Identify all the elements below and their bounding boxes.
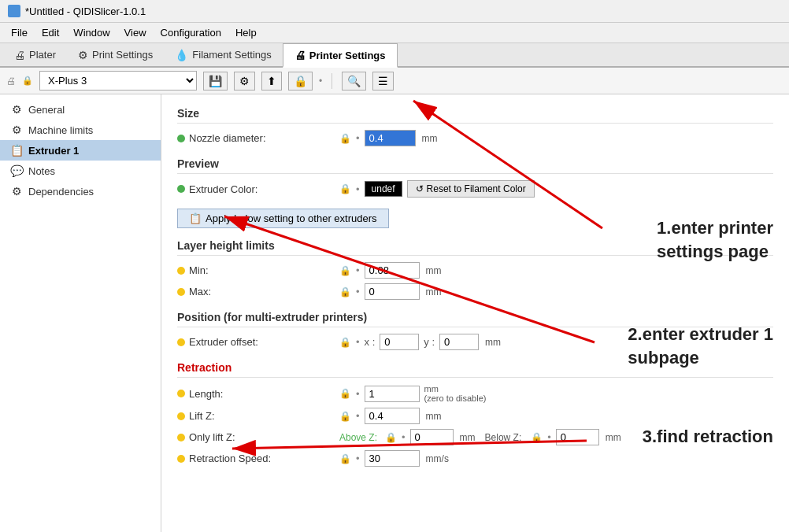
lift-z-dot: [177, 412, 185, 420]
position-section-title: Position (for multi-extruder printers): [177, 311, 773, 327]
sidebar-machine-limits-label: Machine limits: [28, 124, 93, 136]
tab-print-settings-label: Print Settings: [92, 49, 153, 61]
apply-icon: 📋: [189, 212, 202, 224]
only-lift-z-name: Only lift Z:: [189, 431, 235, 443]
menu-help[interactable]: Help: [229, 25, 263, 40]
lift-z-row: Lift Z: 🔒 • mm: [177, 408, 773, 424]
below-z-sep: •: [547, 431, 551, 443]
sidebar-extruder-1-label: Extruder 1: [28, 145, 79, 157]
max-input[interactable]: [365, 283, 420, 300]
tab-filament-settings-label: Filament Settings: [192, 49, 271, 61]
offset-sep: •: [356, 336, 360, 348]
below-z-input[interactable]: [556, 429, 599, 445]
min-input[interactable]: [365, 262, 420, 279]
tab-printer-settings-label: Printer Settings: [309, 50, 386, 61]
above-z-label: Above Z:: [339, 432, 377, 443]
save-button[interactable]: 💾: [203, 72, 228, 91]
plater-icon: 🖨: [14, 49, 25, 61]
max-lock-icon: 🔒: [339, 286, 351, 297]
length-lock-icon: 🔒: [339, 388, 351, 399]
min-layer-row: Min: 🔒 • mm: [177, 262, 773, 279]
sidebar-item-general[interactable]: ⚙ General: [0, 99, 161, 120]
tab-plater[interactable]: 🖨 Plater: [3, 44, 67, 66]
retraction-section-title: Retraction: [177, 361, 773, 378]
nozzle-lock-icon: 🔒: [339, 133, 351, 144]
search-button[interactable]: 🔍: [342, 72, 366, 91]
content-area: Size Nozzle diameter: 🔒 • mm Preview Ext…: [161, 94, 789, 532]
menu-view[interactable]: View: [118, 25, 153, 40]
length-name: Length:: [189, 388, 223, 400]
retraction-speed-input[interactable]: [365, 450, 420, 467]
retraction-speed-lock: 🔒: [339, 453, 351, 464]
offset-name: Extruder offset:: [189, 336, 258, 348]
max-unit: mm: [426, 286, 442, 297]
sidebar-item-extruder-1[interactable]: 📋 Extruder 1: [0, 140, 161, 161]
nozzle-diameter-name: Nozzle diameter:: [189, 132, 266, 144]
offset-dot: [177, 338, 185, 346]
filter-button[interactable]: ☰: [372, 72, 394, 91]
extruder-offset-row: Extruder offset: 🔒 • x : y : mm: [177, 334, 773, 350]
printer-settings-icon: 🖨: [294, 49, 306, 61]
tab-bar: 🖨 Plater ⚙ Print Settings 💧 Filament Set…: [0, 43, 789, 68]
below-z-lock: 🔒: [531, 432, 543, 443]
nozzle-diameter-row: Nozzle diameter: 🔒 • mm: [177, 130, 773, 146]
lift-z-lock-icon: 🔒: [339, 411, 351, 422]
general-icon: ⚙: [9, 103, 24, 116]
sidebar-item-notes[interactable]: 💬 Notes: [0, 161, 161, 181]
sidebar-dependencies-label: Dependencies: [28, 186, 94, 198]
extruder-offset-label: Extruder offset:: [177, 336, 335, 348]
min-dot: [177, 267, 185, 275]
extruder-color-name: Extruder Color:: [189, 183, 257, 195]
above-z-input[interactable]: [410, 429, 454, 445]
offset-y-input[interactable]: [439, 334, 479, 350]
length-sep: •: [356, 388, 360, 400]
tab-filament-settings[interactable]: 💧 Filament Settings: [164, 44, 282, 66]
min-label: Min:: [177, 264, 335, 276]
lock-icon: 🔒: [22, 76, 33, 86]
retraction-speed-row: Retraction Speed: 🔒 • mm/s: [177, 450, 773, 467]
sidebar-general-label: General: [28, 104, 65, 116]
below-z-unit: mm: [606, 432, 621, 443]
max-dot: [177, 288, 185, 296]
menu-window[interactable]: Window: [67, 25, 116, 40]
layer-height-section-title: Layer height limits: [177, 239, 773, 256]
extruder-color-dot: [177, 185, 185, 193]
max-sep: •: [356, 286, 360, 297]
upload-button[interactable]: ⬆: [261, 72, 282, 91]
reset-color-button[interactable]: ↺ Reset to Filament Color: [407, 180, 535, 198]
color-swatch[interactable]: undef: [365, 181, 402, 197]
extruder-color-label: Extruder Color:: [177, 183, 335, 195]
lift-z-sep: •: [356, 410, 360, 422]
retraction-speed-unit: mm/s: [426, 453, 449, 464]
offset-x-input[interactable]: [380, 334, 419, 350]
settings-button[interactable]: ⚙: [234, 72, 255, 91]
nozzle-unit: mm: [422, 133, 438, 144]
menu-bar: File Edit Window View Configuration Help: [0, 23, 789, 43]
app-icon: [8, 5, 20, 17]
apply-to-extruders-button[interactable]: 📋 Apply below setting to other extruders: [177, 209, 389, 228]
lock-button[interactable]: 🔒: [288, 72, 313, 91]
menu-edit[interactable]: Edit: [35, 25, 65, 40]
nozzle-diameter-input[interactable]: [365, 130, 416, 146]
min-unit: mm: [426, 265, 442, 276]
tab-printer-settings[interactable]: 🖨 Printer Settings: [283, 43, 398, 68]
nozzle-diameter-label: Nozzle diameter:: [177, 132, 335, 144]
printer-selector[interactable]: X-Plus 3: [39, 71, 197, 91]
menu-file[interactable]: File: [5, 25, 34, 40]
lift-z-input[interactable]: [365, 408, 420, 424]
apply-button-row: 📋 Apply below setting to other extruders: [177, 209, 773, 228]
retraction-speed-name: Retraction Speed:: [189, 453, 271, 464]
retraction-speed-dot: [177, 455, 185, 463]
size-section-title: Size: [177, 107, 773, 124]
tab-print-settings[interactable]: ⚙ Print Settings: [67, 44, 164, 66]
max-label: Max:: [177, 286, 335, 297]
notes-icon: 💬: [9, 164, 24, 177]
min-sep: •: [356, 264, 360, 276]
reset-label: Reset to Filament Color: [427, 183, 526, 194]
sidebar-item-machine-limits[interactable]: ⚙ Machine limits: [0, 120, 161, 140]
sidebar-item-dependencies[interactable]: ⚙ Dependencies: [0, 181, 161, 201]
length-input[interactable]: [365, 386, 420, 402]
menu-configuration[interactable]: Configuration: [154, 25, 228, 40]
preview-section-title: Preview: [177, 157, 773, 174]
dependencies-icon: ⚙: [9, 185, 24, 198]
